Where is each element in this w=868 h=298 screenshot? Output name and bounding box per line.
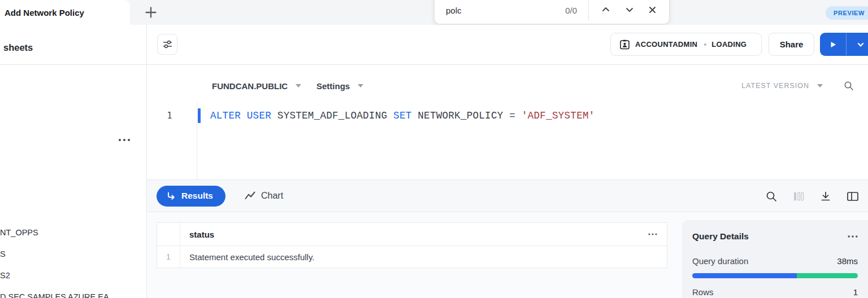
ellipsis-icon	[648, 233, 657, 235]
ellipsis-icon[interactable]	[848, 235, 858, 238]
find-divider	[588, 0, 589, 20]
results-download-button[interactable]	[819, 190, 832, 203]
results-section: Results Chart	[147, 180, 868, 298]
settings-selector[interactable]: Settings	[316, 65, 363, 107]
sidebar: sheets NT_OPPS S S2 D SEC SAMPLES AZURE …	[0, 25, 147, 298]
duration-bar-blue-segment	[692, 273, 797, 278]
duration-bar-green-segment	[797, 273, 858, 278]
find-input[interactable]: polc	[446, 0, 462, 25]
sidebar-item[interactable]: S2	[0, 270, 10, 281]
find-close-button[interactable]	[647, 5, 657, 15]
results-toolbar: Results Chart	[147, 180, 868, 212]
editor-search-button[interactable]	[843, 80, 854, 91]
app-window: Add Network Policy PREVIEW polc 0/0 shee…	[0, 0, 868, 298]
sql-token: ALTER USER	[210, 110, 271, 121]
role-warehouse-button[interactable]: ACCOUNTADMIN LOADING	[610, 33, 762, 56]
main-area: ACCOUNTADMIN LOADING Share FUNDCAN.PUBLI…	[147, 25, 868, 298]
run-query-button[interactable]	[820, 33, 846, 56]
download-icon	[820, 191, 831, 202]
preview-badge: PREVIEW	[826, 6, 868, 20]
columns-icon	[793, 191, 804, 202]
status-cell: Statement executed successfully.	[180, 252, 315, 262]
worksheet-tab[interactable]: Add Network Policy	[0, 0, 130, 25]
line-number: 1	[164, 111, 175, 121]
ellipsis-icon	[118, 138, 131, 142]
results-tab[interactable]: Results	[157, 186, 225, 207]
chevron-up-icon	[601, 5, 610, 14]
row-number-header	[157, 223, 180, 246]
sql-token: SET	[393, 110, 411, 121]
query-details-title: Query Details	[692, 231, 749, 242]
sidebar-item[interactable]: NT_OPPS	[0, 227, 38, 238]
find-bar: polc 0/0	[434, 0, 670, 24]
role-label: ACCOUNTADMIN	[635, 40, 697, 49]
caret-down-icon	[358, 84, 363, 87]
query-duration-label: Query duration	[692, 256, 748, 266]
column-header-status[interactable]: status	[180, 230, 646, 239]
results-split-view-button[interactable]	[847, 190, 859, 203]
editor-context-row: FUNDCAN.PUBLIC Settings LATEST VERSION	[147, 65, 868, 107]
rows-value: 1	[853, 287, 858, 297]
query-duration-bar	[692, 273, 858, 278]
worksheet-tab-title: Add Network Policy	[5, 8, 84, 17]
gutter-divider	[197, 102, 197, 180]
row-number-cell: 1	[157, 246, 180, 268]
play-icon	[829, 41, 837, 49]
settings-label: Settings	[316, 81, 350, 91]
text-cursor	[198, 108, 201, 123]
sql-editor: FUNDCAN.PUBLIC Settings LATEST VERSION 1	[147, 65, 868, 180]
new-tab-button[interactable]	[145, 6, 157, 19]
column-menu-button[interactable]	[646, 233, 659, 235]
share-button[interactable]: Share	[769, 33, 814, 56]
chart-tab[interactable]: Chart	[245, 191, 283, 201]
database-schema-label: FUNDCAN.PUBLIC	[212, 81, 288, 91]
run-button	[820, 33, 868, 56]
results-content: status 1 Statement executed successfully…	[147, 213, 868, 298]
results-columns-button[interactable]	[792, 190, 805, 203]
return-arrow-icon	[166, 191, 176, 201]
database-schema-selector[interactable]: FUNDCAN.PUBLIC	[212, 65, 301, 107]
query-duration-value: 38ms	[837, 256, 858, 266]
sql-code-line[interactable]: ALTER USER SYSTEM_ADF_LOADING SET NETWOR…	[210, 110, 595, 121]
run-options-button[interactable]	[847, 33, 868, 56]
results-actions	[765, 180, 859, 212]
chart-tab-label: Chart	[261, 191, 283, 201]
caret-down-icon[interactable]	[817, 84, 823, 87]
sql-token: SYSTEM_ADF_LOADING	[271, 110, 393, 121]
warehouse-label: LOADING	[711, 40, 747, 49]
sliders-icon	[162, 39, 173, 50]
chart-line-icon	[245, 191, 255, 200]
query-details-panel: Query Details Query duration 38ms Rows 1	[682, 220, 868, 298]
results-search-button[interactable]	[765, 190, 778, 203]
search-icon	[766, 191, 777, 202]
find-match-count: 0/0	[565, 0, 577, 25]
find-previous-button[interactable]	[601, 5, 611, 15]
sql-token: 'ADF_SYSTEM'	[522, 110, 595, 121]
chevron-down-icon	[625, 5, 634, 14]
sidebar-more-button[interactable]	[116, 133, 132, 147]
plus-icon	[145, 6, 157, 19]
table-row[interactable]: 1 Statement executed successfully.	[157, 246, 667, 268]
sidebar-heading-label: sheets	[3, 42, 33, 53]
caret-down-icon	[296, 84, 301, 87]
find-next-button[interactable]	[624, 5, 635, 15]
search-icon	[844, 81, 854, 91]
close-icon	[648, 6, 657, 14]
results-table: status 1 Statement executed successfully…	[157, 222, 667, 268]
worksheet-settings-button[interactable]	[157, 34, 177, 55]
version-label[interactable]: LATEST VERSION	[741, 82, 809, 90]
separator-dot	[704, 43, 706, 46]
worksheet-toolbar: ACCOUNTADMIN LOADING Share	[147, 25, 868, 65]
chevron-down-icon	[857, 41, 865, 49]
version-controls: LATEST VERSION	[741, 65, 854, 107]
sidebar-item[interactable]: S	[0, 248, 6, 260]
user-badge-icon	[619, 39, 630, 50]
results-tab-label: Results	[181, 191, 213, 201]
sidebar-heading: sheets	[0, 25, 146, 65]
sql-token: NETWORK_POLICY =	[411, 110, 521, 121]
sidebar-item[interactable]: D SEC SAMPLES AZURE EA	[0, 291, 109, 298]
share-label: Share	[780, 40, 804, 49]
split-panel-icon	[847, 191, 859, 202]
rows-label: Rows	[692, 287, 714, 297]
table-header-row: status	[157, 223, 667, 246]
